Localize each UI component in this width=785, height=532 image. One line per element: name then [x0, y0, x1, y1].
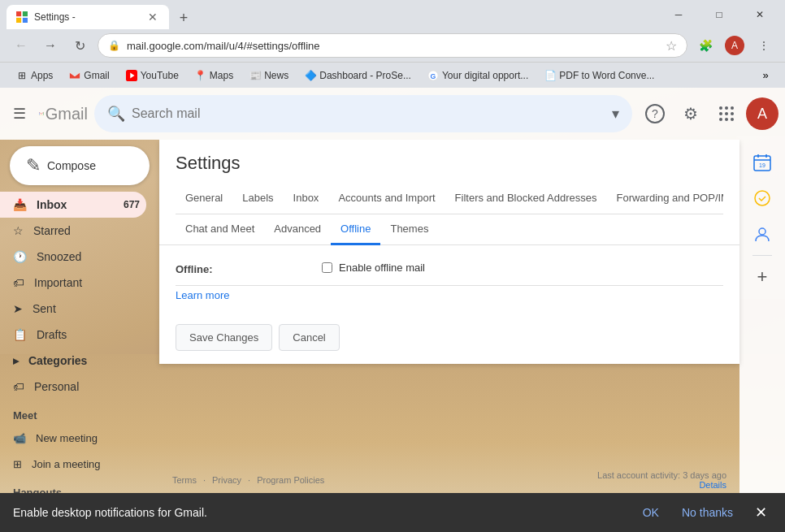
bookmark-maps-label: Maps [210, 70, 233, 81]
reload-button[interactable]: ↻ [68, 34, 91, 57]
sidebar: ✎ Compose 📥 Inbox 677 ☆ Starred 🕐 Snooze… [0, 140, 159, 532]
new-tab-button[interactable]: + [172, 6, 195, 29]
tab-advanced[interactable]: Advanced [264, 214, 331, 245]
program-policies-link[interactable]: Program Policies [257, 475, 324, 485]
bookmark-gmail[interactable]: Gmail [63, 68, 115, 83]
offline-row: Offline: Enable offline mail [176, 262, 723, 286]
tasks-icon-btn[interactable] [746, 182, 778, 214]
notification-close-button[interactable]: ✕ [749, 501, 772, 524]
user-avatar[interactable]: A [746, 97, 778, 130]
maximize-button[interactable]: □ [700, 3, 738, 26]
svg-point-14 [719, 118, 722, 121]
bookmark-pdf[interactable]: 📄 PDF to Word Conve... [538, 68, 661, 83]
tab-close-button[interactable]: ✕ [146, 11, 159, 24]
privacy-link[interactable]: Privacy [212, 475, 241, 485]
svg-point-13 [731, 112, 734, 115]
bookmark-apps[interactable]: ⊞ Apps [10, 68, 59, 83]
cancel-button[interactable]: Cancel [279, 324, 339, 351]
lock-icon: 🔒 [108, 40, 120, 51]
snoozed-label: Snoozed [37, 250, 81, 263]
bookmarks-more-button[interactable]: » [756, 66, 775, 85]
search-input[interactable] [132, 106, 605, 121]
settings-tabs-top: General Labels Inbox Accounts and Import… [176, 184, 723, 214]
gmail-footer: Terms · Privacy · Program Policies Last … [159, 467, 739, 493]
minimize-button[interactable]: ─ [660, 3, 697, 26]
svg-rect-0 [16, 11, 21, 16]
nav-item-starred[interactable]: ☆ Starred [0, 218, 146, 244]
nav-item-drafts[interactable]: 📋 Drafts [0, 322, 146, 348]
details-link[interactable]: Details [699, 480, 726, 490]
calendar-icon: 19 [753, 154, 771, 171]
enable-offline-checkbox[interactable] [322, 262, 332, 273]
tab-accounts[interactable]: Accounts and Import [328, 184, 445, 214]
google-apps-button[interactable] [710, 97, 743, 130]
url-bar[interactable]: 🔒 mail.google.com/mail/u/4/#settings/off… [98, 33, 687, 58]
compose-icon: ✎ [26, 155, 41, 176]
bookmark-gmail-label: Gmail [84, 70, 109, 81]
right-panel: 19 + › [739, 140, 785, 532]
calendar-icon-btn[interactable]: 19 [746, 146, 778, 179]
tab-filters[interactable]: Filters and Blocked Addresses [445, 184, 607, 214]
bookmark-prose[interactable]: 🔷 Dashboard - ProSe... [298, 68, 418, 83]
gmail-app: ☰ Gmail 🔍 ▾ ? [0, 88, 785, 532]
back-button[interactable]: ← [10, 34, 33, 57]
enable-offline-label[interactable]: Enable offline mail [322, 262, 723, 274]
nav-item-snoozed[interactable]: 🕐 Snoozed [0, 244, 146, 270]
active-tab[interactable]: Settings - ✕ [7, 5, 169, 29]
help-button[interactable]: ? [639, 97, 671, 130]
apps-grid-icon: ⊞ [16, 70, 28, 81]
tab-labels[interactable]: Labels [232, 184, 283, 214]
forward-button[interactable]: → [39, 34, 62, 57]
new-meeting-item[interactable]: 📹 New meeting [0, 425, 159, 451]
gmail-logo-icon [39, 102, 44, 125]
nav-item-categories[interactable]: ▸ Categories [0, 348, 146, 374]
personal-label: Personal [34, 380, 79, 393]
bookmark-star-icon[interactable]: ☆ [666, 38, 677, 54]
footer-links: Terms · Privacy · Program Policies [172, 475, 324, 485]
nav-item-personal[interactable]: 🏷 Personal [0, 374, 146, 400]
nav-item-important[interactable]: 🏷 Important [0, 270, 146, 296]
search-bar[interactable]: 🔍 ▾ [94, 95, 632, 132]
settings-actions: Save Changes Cancel [159, 314, 739, 364]
tab-forwarding[interactable]: Forwarding and POP/IMAP [606, 184, 723, 214]
sent-icon: ➤ [13, 302, 23, 315]
nav-item-inbox[interactable]: 📥 Inbox 677 [0, 192, 146, 218]
nav-item-sent[interactable]: ➤ Sent [0, 296, 146, 322]
notification-ok-button[interactable]: OK [636, 503, 666, 522]
profile-avatar[interactable]: A [725, 36, 744, 55]
compose-button[interactable]: ✎ Compose [10, 146, 150, 185]
settings-button[interactable]: ⚙ [674, 97, 707, 130]
bookmark-pdf-label: PDF to Word Conve... [559, 70, 654, 81]
contacts-icon-btn[interactable] [746, 218, 778, 250]
right-panel-add-button[interactable]: + [746, 261, 778, 293]
join-meeting-item[interactable]: ⊞ Join a meeting [0, 451, 159, 477]
tab-general[interactable]: General [176, 184, 232, 214]
terms-link[interactable]: Terms [172, 475, 197, 485]
notification-no-thanks-button[interactable]: No thanks [675, 503, 739, 522]
categories-expand-icon: ▸ [13, 354, 19, 367]
bookmark-youtube[interactable]: YouTube [119, 68, 185, 83]
menu-button[interactable]: ⋮ [752, 34, 775, 57]
bookmark-prose-label: Dashboard - ProSe... [319, 70, 411, 81]
bookmark-news[interactable]: 📰 News [243, 68, 295, 83]
close-button[interactable]: ✕ [741, 3, 778, 26]
hamburger-menu[interactable]: ☰ [7, 101, 33, 127]
save-changes-button[interactable]: Save Changes [176, 324, 272, 351]
svg-point-15 [725, 118, 728, 121]
meet-section-label: Meet [0, 406, 159, 425]
bookmark-digital[interactable]: G Your digital opport... [421, 68, 535, 83]
tab-chat-meet[interactable]: Chat and Meet [176, 214, 264, 245]
search-dropdown-icon[interactable]: ▾ [612, 105, 619, 123]
news-icon: 📰 [249, 70, 261, 81]
profile-button[interactable]: A [723, 34, 746, 57]
offline-content: Enable offline mail [322, 262, 723, 274]
svg-rect-2 [16, 18, 21, 23]
tab-themes[interactable]: Themes [380, 214, 438, 245]
maps-icon: 📍 [195, 70, 206, 81]
tab-inbox[interactable]: Inbox [284, 184, 329, 214]
extensions-button[interactable]: 🧩 [694, 34, 717, 57]
tab-offline[interactable]: Offline [331, 214, 380, 245]
last-activity-text: Last account activity: 3 days ago [597, 470, 726, 480]
bookmark-maps[interactable]: 📍 Maps [189, 68, 240, 83]
learn-more-link[interactable]: Learn more [176, 289, 229, 301]
